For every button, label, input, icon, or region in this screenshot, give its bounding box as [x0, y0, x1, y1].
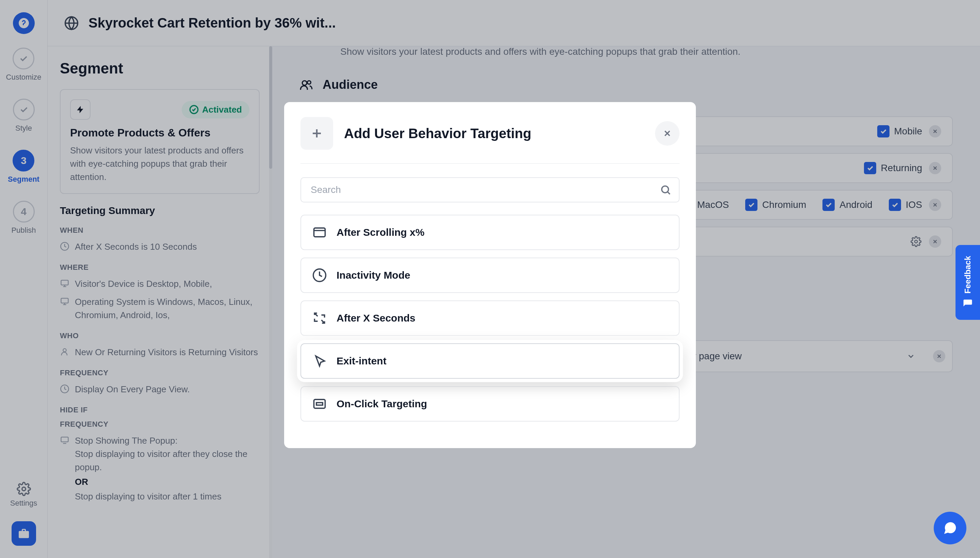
- svg-point-14: [662, 186, 669, 193]
- option-exit-intent[interactable]: Exit-intent: [300, 343, 680, 379]
- option-inactivity[interactable]: Inactivity Mode: [300, 258, 680, 293]
- svg-rect-15: [314, 228, 325, 237]
- option-on-click[interactable]: On-Click Targeting: [300, 386, 680, 422]
- option-after-scrolling[interactable]: After Scrolling x%: [300, 215, 680, 250]
- svg-rect-17: [314, 399, 325, 408]
- search-icon: [660, 184, 671, 195]
- search-input[interactable]: [300, 177, 680, 202]
- behavior-targeting-modal: Add User Behavior Targeting After Scroll…: [284, 102, 696, 448]
- chat-fab[interactable]: [934, 512, 966, 544]
- modal-title: Add User Behavior Targeting: [344, 126, 531, 141]
- feedback-tab[interactable]: Feedback: [955, 245, 980, 320]
- svg-rect-18: [317, 402, 323, 405]
- option-after-seconds[interactable]: After X Seconds: [300, 300, 680, 336]
- close-button[interactable]: [655, 121, 680, 146]
- plus-icon: [300, 117, 333, 150]
- search-field[interactable]: [300, 177, 680, 202]
